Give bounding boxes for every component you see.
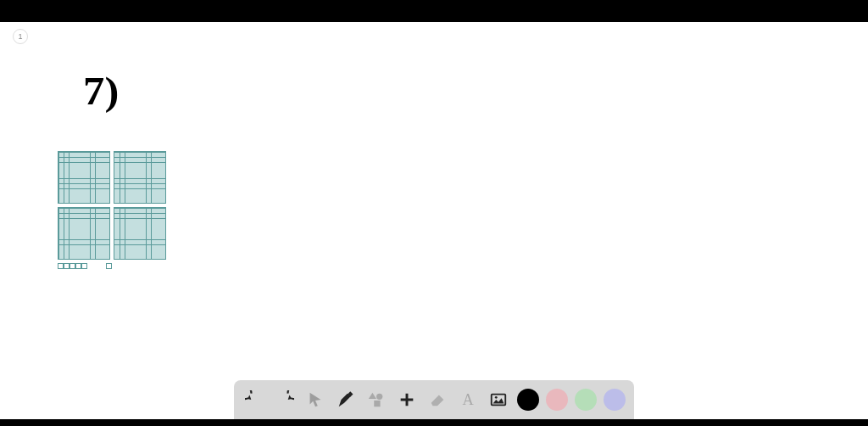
pointer-button[interactable]	[303, 388, 327, 412]
one-block	[70, 263, 75, 269]
shapes-button[interactable]	[364, 388, 388, 412]
ones-group	[58, 263, 87, 269]
hundreds-row	[58, 151, 166, 204]
one-block	[81, 263, 87, 269]
eraser-icon	[428, 390, 447, 409]
ones-row	[58, 263, 166, 269]
one-block	[106, 263, 112, 269]
letterbox-bottom	[0, 419, 868, 426]
one-block	[64, 263, 70, 269]
color-black[interactable]	[517, 389, 539, 411]
pen-button[interactable]	[334, 388, 358, 412]
redo-button[interactable]	[273, 388, 297, 412]
base-ten-blocks	[58, 151, 166, 269]
letterbox-top	[0, 0, 868, 22]
plus-icon	[398, 390, 416, 409]
hundred-block	[58, 151, 110, 204]
hundred-block	[58, 207, 110, 260]
undo-button[interactable]	[242, 388, 266, 412]
color-green[interactable]	[575, 389, 597, 411]
color-pink[interactable]	[546, 389, 568, 411]
page-number-badge[interactable]: 1	[13, 29, 28, 44]
handwritten-problem-number: 7)	[83, 69, 119, 114]
canvas-area[interactable]: 1 7)	[0, 22, 868, 419]
hundreds-row	[58, 207, 166, 260]
add-button[interactable]	[395, 388, 419, 412]
text-icon: A	[459, 390, 477, 409]
svg-rect-2	[374, 401, 380, 406]
image-icon	[489, 390, 508, 409]
image-button[interactable]	[487, 388, 510, 412]
undo-icon	[245, 390, 264, 409]
svg-point-1	[376, 394, 382, 400]
page-number-label: 1	[18, 32, 22, 41]
text-button[interactable]: A	[456, 388, 480, 412]
eraser-button[interactable]	[426, 388, 449, 412]
svg-point-5	[495, 396, 498, 399]
pointer-icon	[306, 390, 325, 409]
pen-icon	[337, 390, 355, 409]
hundred-block	[114, 151, 166, 204]
hundred-block	[114, 207, 166, 260]
shapes-icon	[367, 390, 386, 409]
one-block	[58, 263, 64, 269]
one-block	[75, 263, 81, 269]
toolbar: A	[234, 380, 634, 419]
redo-icon	[275, 390, 294, 409]
color-purple[interactable]	[604, 389, 626, 411]
svg-text:A: A	[462, 391, 474, 408]
